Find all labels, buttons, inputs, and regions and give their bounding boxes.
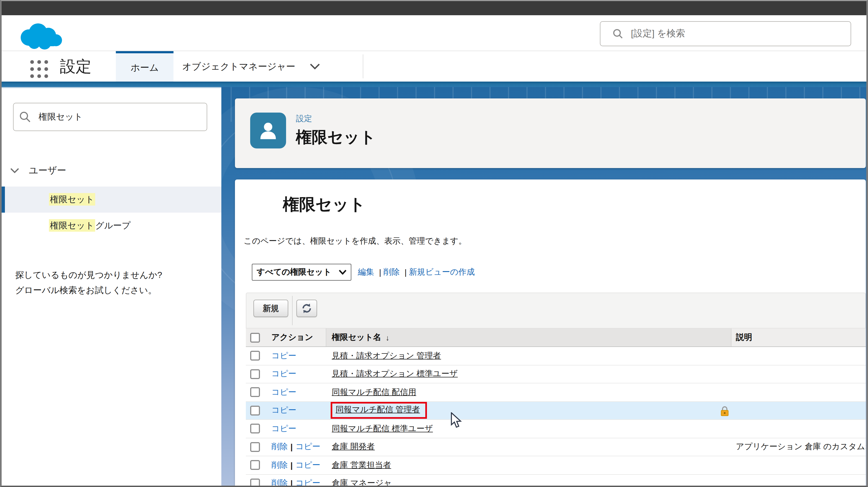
- row-checkbox[interactable]: [250, 406, 260, 416]
- row-checkbox[interactable]: [250, 351, 260, 361]
- column-header-name[interactable]: 権限セット名: [332, 332, 381, 343]
- new-button[interactable]: 新規: [253, 300, 288, 317]
- refresh-button[interactable]: [297, 300, 317, 317]
- column-header-action[interactable]: アクション: [271, 332, 313, 343]
- row-checkbox[interactable]: [250, 479, 260, 486]
- row-name-cell: 倉庫 開発者: [326, 438, 732, 456]
- row-actions: コピー: [267, 384, 326, 401]
- row-checkbox[interactable]: [250, 442, 260, 452]
- card-title: 権限セット: [283, 193, 366, 216]
- select-all-checkbox[interactable]: [250, 333, 260, 342]
- copy-action-link[interactable]: コピー: [295, 460, 320, 470]
- setup-nav-bar: 設定 ホーム オブジェクトマネージャー: [2, 51, 866, 82]
- sort-descending-icon: ↓: [385, 333, 390, 342]
- table-row[interactable]: コピー 見積・請求オプション 標準ユーザ: [246, 365, 866, 384]
- row-action-link[interactable]: 削除: [271, 460, 288, 470]
- chevron-down-icon: [10, 168, 20, 174]
- permission-set-name-link[interactable]: 同報マルチ配信 管理者: [336, 405, 420, 414]
- setup-app-label: 設定: [60, 56, 91, 78]
- permission-set-name-link[interactable]: 倉庫 開発者: [332, 442, 375, 452]
- table-row[interactable]: コピー 同報マルチ配信 管理者: [246, 402, 866, 420]
- row-name-cell: 見積・請求オプション 標準ユーザ: [326, 365, 732, 383]
- permission-set-name-link[interactable]: 見積・請求オプション 標準ユーザ: [332, 369, 458, 379]
- quick-find-input[interactable]: [39, 112, 201, 122]
- permission-set-name-link[interactable]: 倉庫 営業担当者: [332, 460, 391, 470]
- setup-sidebar: ユーザー 権限セット 権限セットグループ 探しているものが見つかりませんか? グ…: [2, 87, 221, 485]
- permission-set-name-link[interactable]: 倉庫 マネージャ: [332, 478, 392, 486]
- table-row[interactable]: コピー 同報マルチ配信 標準ユーザ: [246, 420, 866, 438]
- lock-icon: [720, 405, 729, 416]
- copy-action-link[interactable]: コピー: [271, 405, 296, 416]
- breadcrumb-category: 設定: [296, 114, 312, 124]
- table-row[interactable]: コピー 見積・請求オプション 管理者: [246, 347, 866, 365]
- chevron-down-icon: [339, 270, 346, 275]
- salesforce-setup-window: 設定 ホーム オブジェクトマネージャー: [0, 0, 868, 487]
- view-link-0[interactable]: 編集: [358, 267, 374, 277]
- list-toolbar: 新規: [246, 293, 866, 329]
- row-checkbox[interactable]: [250, 460, 260, 470]
- list-view-select[interactable]: すべての権限セット: [252, 264, 351, 281]
- row-action-link[interactable]: 削除: [271, 442, 288, 452]
- tab-object-manager[interactable]: オブジェクトマネージャー: [182, 51, 325, 82]
- action-separator: |: [290, 461, 292, 470]
- refresh-icon: [301, 302, 313, 314]
- sidebar-item-permission-set-groups[interactable]: 権限セットグループ: [2, 213, 221, 239]
- link-separator: |: [405, 268, 407, 277]
- app-launcher-icon[interactable]: [28, 58, 50, 80]
- nav-divider: [363, 54, 363, 78]
- copy-action-link[interactable]: コピー: [295, 442, 320, 452]
- global-search-input[interactable]: [631, 28, 843, 39]
- page-header-card: 設定 権限セット: [235, 98, 866, 168]
- sidebar-item-permission-sets[interactable]: 権限セット: [2, 186, 221, 213]
- action-separator: |: [290, 479, 292, 486]
- row-name-cell: 同報マルチ配信 管理者: [326, 402, 732, 419]
- table-row[interactable]: 削除|コピー 倉庫 開発者 アプリケーション 倉庫 のカスタムオブ: [246, 438, 866, 456]
- toolbar-divider: [292, 296, 292, 325]
- permission-sets-card: 権限セット このページでは、権限セットを作成、表示、管理できます。 すべての権限…: [235, 179, 866, 485]
- row-actions: コピー: [267, 420, 326, 437]
- row-actions: 削除|コピー: [267, 438, 326, 456]
- row-name-cell: 倉庫 営業担当者: [326, 456, 732, 474]
- table-header-row: アクション 権限セット名 ↓ 説明: [246, 329, 866, 347]
- salesforce-logo: [16, 21, 67, 50]
- red-annotation-box: 同報マルチ配信 管理者: [331, 402, 427, 419]
- row-checkbox[interactable]: [250, 424, 260, 434]
- permission-set-user-icon: [250, 113, 286, 149]
- copy-action-link[interactable]: コピー: [271, 387, 296, 398]
- quick-find-box: [13, 103, 207, 131]
- row-checkbox[interactable]: [250, 369, 260, 379]
- row-actions: コピー: [267, 402, 326, 419]
- nav-accent-bar: [2, 82, 866, 87]
- permission-set-name-link[interactable]: 同報マルチ配信 標準ユーザ: [332, 424, 433, 434]
- search-icon: [19, 111, 31, 123]
- copy-action-link[interactable]: コピー: [271, 424, 296, 434]
- row-actions: 削除|コピー: [267, 475, 326, 485]
- row-name-cell: 同報マルチ配信 配信用: [326, 384, 732, 401]
- sidebar-group-users[interactable]: ユーザー: [10, 164, 66, 177]
- permission-set-name-link[interactable]: 見積・請求オプション 管理者: [332, 351, 441, 361]
- global-header: [2, 15, 866, 51]
- row-name-cell: 倉庫 マネージャ: [326, 475, 732, 485]
- table-row[interactable]: コピー 同報マルチ配信 配信用: [246, 384, 866, 402]
- row-action-link[interactable]: 削除: [271, 478, 288, 486]
- view-link-1[interactable]: 削除: [383, 267, 400, 277]
- row-checkbox[interactable]: [250, 388, 260, 397]
- copy-action-link[interactable]: コピー: [295, 478, 320, 486]
- tab-home[interactable]: ホーム: [116, 51, 174, 82]
- row-actions: コピー: [267, 347, 326, 365]
- copy-action-link[interactable]: コピー: [271, 351, 296, 361]
- view-links: 編集|削除|新規ビューの作成: [358, 267, 475, 277]
- global-search-box: [600, 21, 851, 46]
- column-header-description[interactable]: 説明: [736, 332, 752, 343]
- table-row[interactable]: 削除|コピー 倉庫 営業担当者: [246, 456, 866, 475]
- table-row[interactable]: 削除|コピー 倉庫 マネージャ: [246, 475, 866, 485]
- row-actions: コピー: [267, 365, 326, 383]
- page-title: 権限セット: [296, 127, 376, 149]
- view-link-2[interactable]: 新規ビューの作成: [409, 267, 475, 277]
- row-name-cell: 見積・請求オプション 管理者: [326, 347, 732, 365]
- row-name-cell: 同報マルチ配信 標準ユーザ: [326, 420, 732, 437]
- copy-action-link[interactable]: コピー: [271, 369, 296, 379]
- window-title-bar: [2, 1, 866, 15]
- search-icon: [612, 28, 623, 39]
- permission-set-name-link[interactable]: 同報マルチ配信 配信用: [332, 387, 416, 398]
